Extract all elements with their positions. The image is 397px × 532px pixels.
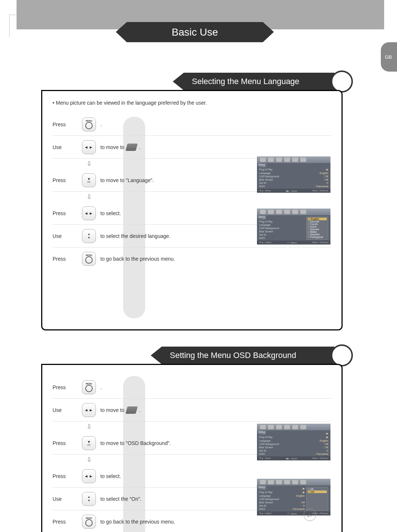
up-down-button-icon [82,229,96,243]
down-arrow-icon: ⇩ [78,421,100,432]
page-title: Basic Use [127,22,263,42]
action-verb: Press [53,473,78,479]
action-verb: Use [53,496,78,502]
down-button-icon: ▼PR [82,436,96,450]
menu-button-icon: MENU [82,252,96,266]
osd-screenshot-osdbg-popup: Setup Reset: ▶Plug & Play: ▶Language: En… [257,479,330,515]
down-arrow-icon: ⇩ [78,455,100,465]
page-number: 27 [304,509,316,521]
menu-button-icon: MENU [82,515,96,529]
up-down-button-icon [82,492,96,506]
section2-box: PressMENU.Useto move to.⇩Press▼PRto move… [41,364,343,532]
action-verb: Press [53,210,78,216]
left-right-button-icon [82,403,96,417]
menu-button-icon: MENU [82,380,96,394]
down-button-icon: ▼PR [82,173,96,187]
action-verb: Use [53,407,78,413]
action-verb: Press [53,177,78,183]
action-verb: Use [53,233,78,239]
instruction-row: Useto move to. [53,136,331,159]
section1-circle-icon [331,70,353,93]
instruction-text: . [100,122,331,127]
menu-button-icon: MENU [82,117,96,131]
setup-icon [126,144,138,151]
down-arrow-icon: ⇩ [78,192,100,202]
instruction-row: PressMENUto go back to the previous menu… [53,247,331,270]
section1-intro: • Menu picture can be viewed in the lang… [42,91,341,109]
instruction-text: to go back to the previous menu. [100,519,331,525]
instruction-text: to move to. [100,144,331,151]
instruction-row: PressMENU. [53,113,331,136]
instruction-text: . [100,384,331,390]
instruction-text: to select. [100,473,331,479]
section2-circle-icon [331,344,353,366]
instruction-row: Useto move to. [53,399,331,421]
osd-screenshot-language-popup: Setup ResetPlug & PlayLanguageOSD Backgr… [257,209,330,245]
instruction-text: to go back to the previous menu. [100,256,331,262]
action-verb: Press [53,256,78,262]
region-tab: GB [381,42,397,72]
action-verb: Press [53,122,78,127]
instruction-text: to move to. [100,406,331,414]
section1-title: Selecting the Menu Language [184,73,335,90]
osd-screenshot-setup: Setup Reset: ▶Plug & Play: ▶Language: En… [257,424,330,460]
section1-steps: PressMENU.Useto move to.⇩Press▼PRto move… [42,109,341,281]
action-verb: Press [53,440,78,446]
osd-screenshot-setup: Setup Reset:Plug & Play: ▶Language: Engl… [257,156,330,193]
instruction-row: PressMENU. [53,376,331,399]
down-arrow-icon: ⇩ [78,159,100,169]
action-verb: Use [53,144,78,150]
action-verb: Press [53,384,78,390]
action-verb: Press [53,519,78,525]
left-right-button-icon [82,469,96,483]
section2-title: Setting the Menu OSD Background [162,347,335,364]
left-right-button-icon [82,206,96,220]
left-right-button-icon [82,140,96,154]
setup-icon [126,406,138,414]
section1-box: • Menu picture can be viewed in the lang… [41,90,343,330]
